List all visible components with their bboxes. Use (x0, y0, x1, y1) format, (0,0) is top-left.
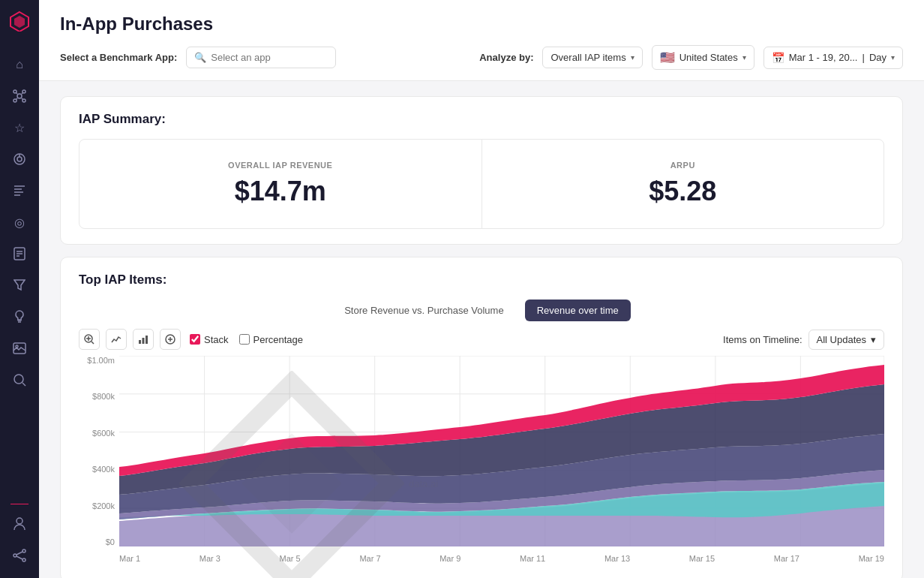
analyze-by-value: Overall IAP items (550, 52, 626, 63)
bar-chart-icon[interactable] (133, 329, 154, 350)
svg-point-30 (22, 549, 26, 552)
svg-rect-40 (146, 336, 148, 344)
date-range-dropdown[interactable]: 📅 Mar 1 - 19, 20... | Day ▾ (764, 47, 903, 69)
search-circle-icon[interactable] (6, 366, 33, 393)
svg-point-26 (14, 375, 23, 384)
period-separator: | (862, 52, 864, 63)
sidebar-divider (10, 504, 28, 504)
home-icon[interactable]: ⌂ (6, 51, 33, 78)
chart-watermark: data.ai (179, 371, 438, 578)
svg-marker-45 (242, 433, 341, 533)
chevron-down-icon: ▾ (742, 53, 746, 62)
y-label-200k: $200k (92, 501, 115, 510)
x-label-mar17: Mar 17 (774, 554, 800, 563)
svg-line-8 (22, 92, 23, 94)
analyze-by-dropdown[interactable]: Overall IAP items ▾ (542, 47, 642, 68)
svg-point-31 (22, 558, 26, 561)
svg-rect-38 (139, 340, 141, 344)
add-icon[interactable] (160, 329, 181, 350)
image-icon[interactable] (6, 335, 33, 362)
main-content: In-App Purchases Select a Benchmark App:… (39, 0, 924, 578)
bulb-icon[interactable] (6, 303, 33, 330)
y-label-0: $0 (106, 537, 115, 546)
svg-point-29 (14, 554, 16, 557)
y-label-800k: $800k (92, 392, 115, 401)
chevron-down-icon: ▾ (631, 53, 634, 62)
chevron-down-icon: ▾ (891, 53, 895, 62)
arpu-label: ARPU (670, 161, 695, 170)
country-value: United States (680, 52, 738, 63)
tab-store-revenue[interactable]: Store Revenue vs. Purchase Volume (332, 300, 515, 321)
zoom-icon[interactable] (79, 329, 100, 350)
stack-checkbox[interactable]: Stack (190, 334, 229, 345)
header: In-App Purchases Select a Benchmark App:… (39, 0, 924, 81)
calendar-icon: 📅 (772, 52, 784, 64)
analytics-icon[interactable] (6, 146, 33, 173)
x-label-mar3: Mar 3 (200, 554, 220, 563)
svg-rect-39 (142, 338, 145, 344)
iap-summary-card: IAP Summary: OVERALL IAP REVENUE $14.7m … (60, 96, 903, 245)
x-label-mar1: Mar 1 (119, 554, 140, 563)
x-label-mar5: Mar 5 (280, 554, 301, 563)
revenue-value: $14.7m (235, 176, 326, 207)
chevron-down-icon: ▾ (871, 334, 876, 345)
svg-marker-1 (14, 16, 25, 28)
svg-point-28 (16, 518, 22, 524)
svg-point-12 (17, 157, 22, 161)
sidebar-bottom (6, 510, 33, 569)
revenue-label: OVERALL IAP REVENUE (228, 161, 332, 170)
iap-summary-title: IAP Summary: (79, 112, 884, 127)
tab-revenue-time[interactable]: Revenue over time (525, 300, 631, 321)
network-icon[interactable] (6, 83, 33, 110)
y-axis: $1.00m $800k $600k $400k $200k $0 (79, 356, 119, 546)
date-range-value: Mar 1 - 19, 20... (789, 52, 858, 63)
app-search-input[interactable] (211, 52, 328, 63)
y-label-600k: $600k (92, 429, 115, 438)
x-label-mar15: Mar 15 (689, 554, 715, 563)
globe-icon[interactable]: ◎ (6, 209, 33, 236)
content-area: IAP Summary: OVERALL IAP REVENUE $14.7m … (39, 81, 924, 578)
checkbox-group: Stack Percentage (190, 334, 303, 345)
sidebar-logo (8, 9, 32, 33)
arpu-cell: ARPU $5.28 (482, 140, 884, 228)
list-icon[interactable] (6, 177, 33, 204)
funnel-icon[interactable] (6, 272, 33, 299)
header-controls: Select a Benchmark App: 🔍 Analyze by: Ov… (60, 45, 903, 70)
sidebar: ⌂ ☆ ◎ (0, 0, 39, 578)
x-label-mar11: Mar 11 (520, 554, 545, 563)
connect-icon[interactable] (6, 542, 33, 569)
stack-label: Stack (204, 334, 229, 345)
x-label-mar19: Mar 19 (859, 554, 884, 563)
svg-line-10 (22, 98, 23, 100)
watermark-text: data.ai (409, 478, 438, 489)
country-dropdown[interactable]: 🇺🇸 United States ▾ (652, 45, 754, 70)
items-timeline-label: Items on Timeline: (723, 334, 802, 345)
percentage-checkbox[interactable]: Percentage (239, 334, 304, 345)
person-icon[interactable] (6, 510, 33, 537)
search-icon: 🔍 (194, 52, 206, 63)
svg-point-2 (17, 94, 22, 98)
svg-line-9 (16, 98, 17, 100)
benchmark-label: Select a Benchmark App: (60, 52, 177, 63)
flag-icon: 🇺🇸 (660, 50, 675, 65)
chart-area: $1.00m $800k $600k $400k $200k $0 data.a… (79, 356, 884, 566)
y-label-1m: $1.00m (87, 356, 115, 365)
items-dropdown[interactable]: All Updates ▾ (808, 330, 884, 350)
percentage-label: Percentage (254, 334, 304, 345)
page-title: In-App Purchases (60, 14, 903, 35)
x-axis: Mar 1 Mar 3 Mar 5 Mar 7 Mar 9 Mar 11 Mar… (119, 551, 884, 566)
star-icon[interactable]: ☆ (6, 114, 33, 141)
x-label-mar9: Mar 9 (440, 554, 460, 563)
items-dropdown-value: All Updates (817, 334, 866, 345)
svg-line-32 (16, 552, 22, 555)
arpu-value: $5.28 (649, 176, 716, 207)
app-search-box[interactable]: 🔍 (186, 47, 336, 68)
line-chart-icon[interactable] (106, 329, 127, 350)
chart-svg-wrapper: data.ai (119, 356, 884, 546)
revenue-cell: OVERALL IAP REVENUE $14.7m (80, 140, 482, 228)
report-icon[interactable] (6, 240, 33, 267)
y-label-400k: $400k (92, 465, 115, 474)
chart-tabs: Store Revenue vs. Purchase Volume Revenu… (79, 300, 884, 321)
x-label-mar13: Mar 13 (604, 554, 630, 563)
svg-line-27 (22, 383, 26, 386)
